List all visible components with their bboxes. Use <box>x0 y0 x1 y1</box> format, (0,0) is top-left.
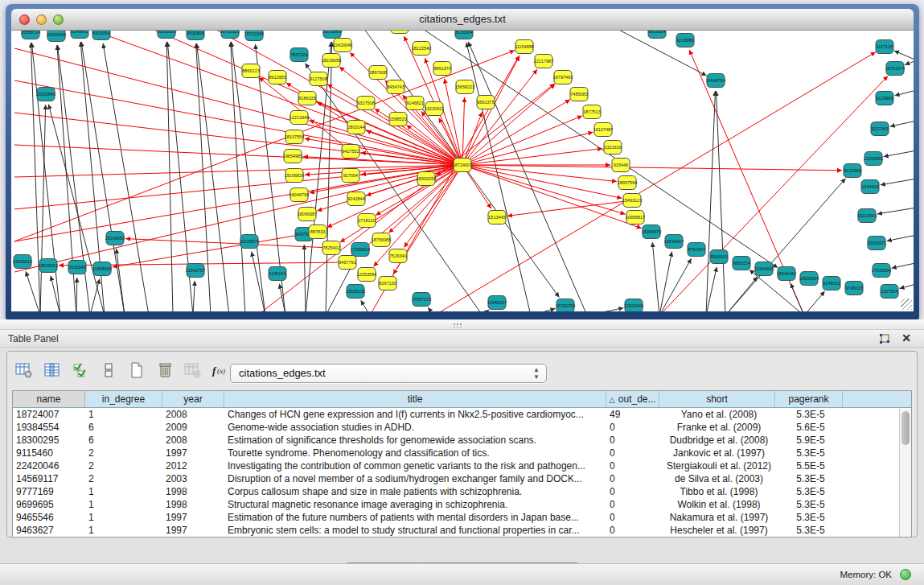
graph-node[interactable]: 18099387 <box>298 208 317 221</box>
table-selector-dropdown[interactable]: citations_edges.txt ▲▼ <box>230 364 547 383</box>
graph-node[interactable]: 9327508 <box>357 97 375 110</box>
graph-node[interactable]: 9218986 <box>676 34 694 47</box>
graph-node[interactable]: 15493123 <box>622 194 642 208</box>
graph-node[interactable]: 9227343 <box>871 122 889 136</box>
graph-node[interactable]: 21344005 <box>754 262 774 276</box>
graph-node[interactable]: 22420046 <box>333 39 352 52</box>
graph-node[interactable]: 23909612 <box>13 255 32 269</box>
graph-node[interactable]: 13505135 <box>346 285 365 299</box>
show-column-icon[interactable] <box>42 360 63 381</box>
graph-node[interactable]: 12353594 <box>357 268 376 282</box>
rows-icon[interactable] <box>98 360 119 381</box>
resize-grip-icon[interactable] <box>901 299 912 310</box>
column-header-year[interactable]: year <box>162 391 224 407</box>
graph-node[interactable]: 8454743 <box>387 80 405 94</box>
graph-node[interactable]: 17957273 <box>412 293 431 307</box>
graph-node[interactable]: 9931806 <box>187 31 204 40</box>
table-row[interactable]: 2242004622012Investigating the contribut… <box>13 459 911 472</box>
graph-node[interactable]: 18300295 <box>417 172 436 186</box>
graph-node[interactable]: 1244419 <box>861 180 879 194</box>
panel-splitter[interactable] <box>0 319 924 330</box>
table-row[interactable]: 1456911722003Disruption of a novel membe… <box>13 472 911 485</box>
graph-node[interactable]: 8813054 <box>648 31 666 39</box>
graph-node[interactable]: 18957594 <box>618 176 637 190</box>
graph-node[interactable]: 9242844 <box>347 192 365 206</box>
graph-node[interactable]: 9893154 <box>733 257 750 270</box>
graph-node[interactable]: 10544167 <box>664 235 684 249</box>
vertical-scrollbar[interactable] <box>899 409 911 537</box>
table-row[interactable]: 946362711997Embryonic stem cells: a mode… <box>13 524 911 537</box>
graph-node[interactable]: 1321616 <box>604 141 622 154</box>
graph-node[interactable]: 11154898 <box>515 40 534 54</box>
graph-node[interactable]: 7825402 <box>322 241 340 255</box>
graph-node[interactable]: 8860123 <box>242 64 260 78</box>
function-builder-icon[interactable]: f(x) <box>211 360 232 381</box>
delete-table-icon[interactable] <box>183 360 203 381</box>
graph-node[interactable]: 1513445 <box>488 211 506 225</box>
graph-node[interactable]: 9146821 <box>406 97 424 110</box>
graph-node[interactable]: 13220421 <box>425 102 444 116</box>
graph-node[interactable]: 10995817 <box>626 211 645 225</box>
table-row[interactable]: 1938455462009Genome-wide association stu… <box>13 421 911 434</box>
graph-node[interactable]: 9129966 <box>876 92 893 105</box>
column-header-title[interactable]: title <box>224 391 606 407</box>
table-mode-icon[interactable] <box>14 360 35 381</box>
graph-node[interactable]: 7857224 <box>290 48 308 62</box>
graph-node[interactable]: 7485083 <box>570 88 588 101</box>
graph-node[interactable]: 19797493 <box>553 71 573 84</box>
graph-node[interactable]: 19654985 <box>283 150 302 163</box>
column-header-name[interactable]: name <box>13 391 85 407</box>
graph-node[interactable]: 9745023 <box>845 282 863 295</box>
memory-ok-indicator-icon[interactable] <box>900 569 911 580</box>
column-header-pagerank[interactable]: pagerank <box>775 391 843 407</box>
graph-node[interactable]: 3915948 <box>68 261 86 274</box>
select-all-icon[interactable] <box>70 360 91 381</box>
graph-node[interactable]: 20691406 <box>47 31 66 42</box>
graph-node[interactable]: 12942757 <box>186 264 205 278</box>
graph-node[interactable]: 9861370 <box>433 62 451 76</box>
graph-node[interactable]: 10609264 <box>799 272 819 286</box>
graph-node[interactable]: 8912955 <box>269 71 286 84</box>
table-row[interactable]: 911546021997Tourette syndrome. Phenomeno… <box>13 447 911 459</box>
graph-node[interactable]: 917004 <box>342 169 359 183</box>
close-panel-icon[interactable]: ✕ <box>901 332 911 344</box>
graph-node[interactable]: 18226058 <box>322 54 341 68</box>
graph-node[interactable]: 8996915 <box>710 250 728 264</box>
graph-node[interactable]: 7526340 <box>389 249 407 263</box>
graph-node[interactable]: 18941442 <box>777 267 796 281</box>
graph-node[interactable]: 1145194 <box>269 267 286 281</box>
graph-node[interactable]: 12923446 <box>624 299 643 312</box>
graph-node[interactable]: 9127508 <box>310 72 327 86</box>
graph-node[interactable]: 16782759 <box>556 299 575 312</box>
graph-node[interactable]: 1167534 <box>881 285 898 299</box>
window-titlebar[interactable]: citations_edges.txt <box>11 9 914 31</box>
graph-node[interactable]: 2867608 <box>369 66 387 80</box>
table-row[interactable]: 969969511998Structural magnetic resonanc… <box>13 498 911 511</box>
graph-node[interactable]: 2718120 <box>358 214 376 228</box>
graph-node[interactable]: 19166829 <box>285 169 304 183</box>
graph-node[interactable]: 18107554 <box>285 130 304 144</box>
graph-node[interactable]: 15992971 <box>867 237 886 250</box>
graph-node[interactable]: 16055309 <box>157 31 176 39</box>
graph-node[interactable]: 20558724 <box>21 31 40 39</box>
new-column-icon[interactable] <box>126 360 147 381</box>
table-row[interactable]: 946554611997Estimation of the future num… <box>13 511 911 524</box>
graph-node[interactable]: 9245052 <box>823 277 840 290</box>
float-window-icon[interactable] <box>879 333 890 344</box>
graph-node[interactable]: 17016504 <box>872 264 891 278</box>
graph-node[interactable]: 9427552 <box>342 145 359 159</box>
graph-node[interactable]: 16033809 <box>322 31 342 39</box>
graph-node[interactable]: 8791947 <box>688 243 705 257</box>
graph-node[interactable]: 9457791 <box>339 256 356 270</box>
network-canvas[interactable]: 2055872420691406934689283130541605530999… <box>11 31 914 311</box>
delete-column-icon[interactable] <box>154 360 175 381</box>
graph-node[interactable]: 15751074 <box>885 62 905 76</box>
graph-node[interactable]: 2803144 <box>347 121 365 134</box>
graph-node[interactable]: 12213349 <box>290 111 309 125</box>
graph-node[interactable]: 1588520 <box>389 113 407 126</box>
graph-node[interactable]: 15124549 <box>390 31 409 34</box>
graph-node[interactable]: 16648784 <box>706 74 725 88</box>
graph-node[interactable]: 18122540 <box>412 42 431 56</box>
graph-node[interactable]: 20733325 <box>220 31 240 39</box>
graph-node[interactable]: 20033845 <box>36 88 55 101</box>
